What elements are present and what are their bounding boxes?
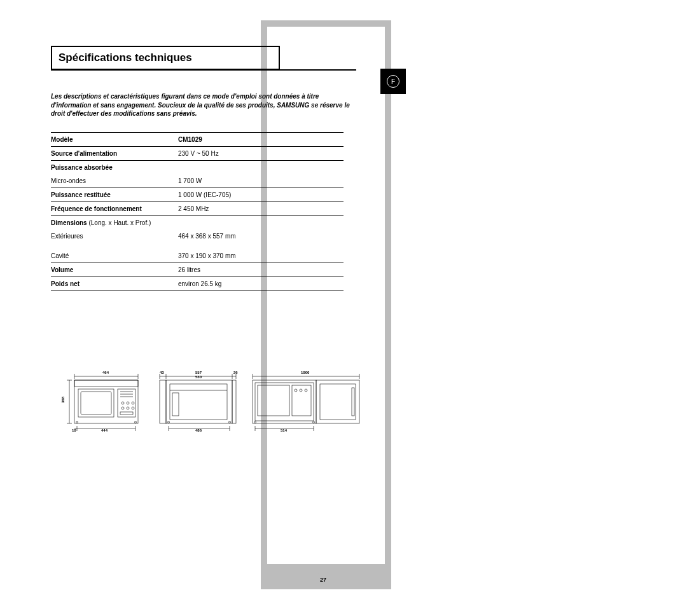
output-label: Puissance restituée bbox=[51, 188, 178, 202]
power-source-value: 230 V ~ 50 Hz bbox=[178, 147, 344, 161]
svg-rect-49 bbox=[292, 385, 311, 416]
dim-value: 368 bbox=[61, 397, 65, 403]
cavity-label: Cavité bbox=[51, 249, 178, 263]
svg-rect-37 bbox=[232, 380, 236, 423]
spec-table: Modèle CM1029 Source d'alimentation 230 … bbox=[51, 132, 344, 291]
table-row: Source d'alimentation 230 V ~ 50 Hz bbox=[51, 147, 344, 161]
svg-point-15 bbox=[127, 407, 129, 409]
table-row: Puissance restituée 1 000 W (IEC-705) bbox=[51, 188, 344, 202]
dim-value: 514 bbox=[281, 428, 287, 432]
table-row: Dimensions (Long. x Haut. x Prof.) bbox=[51, 216, 344, 229]
svg-point-18 bbox=[76, 421, 78, 423]
table-row: Modèle CM1029 bbox=[51, 133, 344, 147]
svg-point-16 bbox=[132, 407, 134, 409]
language-badge: F bbox=[380, 69, 406, 94]
svg-point-19 bbox=[135, 421, 137, 423]
svg-rect-36 bbox=[172, 393, 179, 416]
svg-point-38 bbox=[168, 421, 170, 423]
page-marker-icon bbox=[318, 566, 328, 574]
table-row: Cavité 370 x 190 x 370 mm bbox=[51, 249, 344, 263]
page-content: Spécifications techniques Les descriptio… bbox=[51, 46, 356, 291]
dim-value: 26 bbox=[233, 371, 238, 374]
side-view-drawing: 43 557 530 26 486 bbox=[155, 373, 244, 433]
microwave-value: 1 700 W bbox=[178, 174, 344, 188]
svg-rect-17 bbox=[120, 412, 133, 414]
svg-rect-54 bbox=[320, 384, 356, 420]
svg-point-12 bbox=[127, 402, 129, 404]
freq-value: 2 450 MHz bbox=[178, 202, 344, 216]
svg-rect-33 bbox=[166, 380, 232, 423]
page-number: 27 bbox=[316, 577, 330, 583]
power-consumption-label: Puissance absorbée bbox=[51, 161, 178, 174]
dim-value: 10 bbox=[72, 428, 76, 432]
model-label: Modèle bbox=[51, 133, 178, 147]
svg-rect-46 bbox=[253, 380, 316, 423]
freq-label: Fréquence de fonctionnement bbox=[51, 202, 178, 216]
model-value: CM1029 bbox=[178, 133, 344, 147]
svg-point-11 bbox=[121, 402, 124, 404]
svg-point-57 bbox=[313, 421, 315, 423]
weight-value: environ 26.5 kg bbox=[178, 277, 344, 291]
svg-rect-53 bbox=[316, 380, 359, 423]
svg-point-14 bbox=[121, 407, 124, 409]
table-row: Puissance absorbée bbox=[51, 161, 344, 174]
svg-rect-6 bbox=[81, 392, 111, 414]
dim-value: 444 bbox=[101, 428, 108, 432]
volume-label: Volume bbox=[51, 263, 178, 277]
table-row: Volume 26 litres bbox=[51, 263, 344, 277]
dim-paren: (Long. x Haut. x Prof.) bbox=[87, 219, 151, 226]
cavity-value: 370 x 190 x 370 mm bbox=[178, 249, 344, 263]
svg-point-51 bbox=[300, 389, 302, 392]
svg-point-13 bbox=[132, 402, 134, 404]
dimension-drawings: 464 368 10 444 43 557 530 26 bbox=[60, 373, 359, 436]
svg-rect-34 bbox=[170, 384, 227, 420]
volume-value: 26 litres bbox=[178, 263, 344, 277]
microwave-label: Micro-ondes bbox=[51, 174, 178, 188]
weight-label: Poids net bbox=[51, 277, 178, 291]
front-view-drawing: 464 368 10 444 bbox=[67, 373, 143, 433]
svg-rect-48 bbox=[258, 385, 289, 416]
page-title: Spécifications techniques bbox=[51, 46, 280, 70]
table-row: Fréquence de fonctionnement 2 450 MHz bbox=[51, 202, 344, 216]
svg-point-39 bbox=[229, 421, 231, 423]
dim-value: 43 bbox=[160, 371, 164, 374]
disclaimer-text: Les descriptions et caractéristiques fig… bbox=[51, 92, 356, 118]
dim-value: 530 bbox=[195, 375, 202, 379]
table-row: Micro-ondes 1 700 W bbox=[51, 174, 344, 188]
svg-rect-55 bbox=[352, 388, 354, 416]
language-letter: F bbox=[387, 75, 399, 88]
table-row: Extérieures 464 x 368 x 557 mm bbox=[51, 229, 344, 243]
dim-value: 1000 bbox=[301, 371, 309, 374]
dim-value: 486 bbox=[195, 428, 202, 432]
door-open-drawing: 1000 514 bbox=[251, 373, 366, 433]
svg-point-50 bbox=[295, 389, 297, 392]
svg-rect-5 bbox=[78, 389, 114, 417]
svg-rect-47 bbox=[255, 383, 314, 421]
ext-value: 464 x 368 x 557 mm bbox=[178, 229, 344, 243]
table-row bbox=[51, 243, 344, 249]
ext-label: Extérieures bbox=[51, 229, 178, 243]
power-source-label: Source d'alimentation bbox=[51, 147, 178, 161]
dim-label: Dimensions bbox=[51, 219, 87, 226]
svg-rect-4 bbox=[74, 380, 138, 387]
output-value: 1 000 W (IEC-705) bbox=[178, 188, 344, 202]
dim-value: 557 bbox=[195, 371, 202, 374]
svg-rect-32 bbox=[160, 380, 166, 423]
table-row: Poids net environ 26.5 kg bbox=[51, 277, 344, 291]
dim-value: 464 bbox=[102, 371, 109, 374]
svg-point-52 bbox=[305, 389, 307, 392]
svg-point-56 bbox=[254, 421, 256, 423]
